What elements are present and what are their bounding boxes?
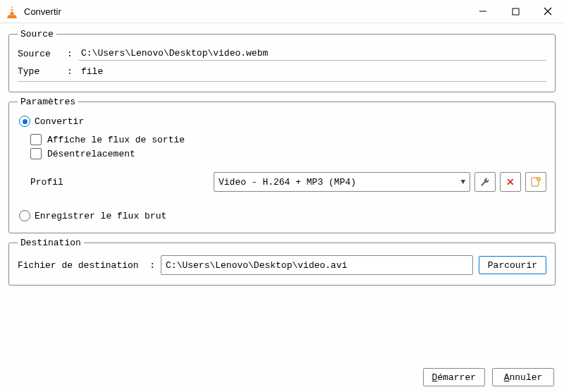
window-title: Convertir [24,6,467,17]
source-path[interactable]: C:\Users\Lenovo\Desktop\video.webm [78,47,546,61]
checkbox-deinterlace[interactable] [30,148,42,159]
check-deinterlace-row[interactable]: Désentrelacement [30,148,546,159]
checkbox-display-output[interactable] [30,134,42,145]
titlebar: Convertir [0,0,564,23]
radio-save-raw-label: Enregistrer le flux brut [35,211,166,221]
start-button[interactable]: Démarrer [423,368,485,386]
svg-rect-2 [10,11,13,12]
client-area: Source Source : C:\Users\Lenovo\Desktop\… [0,23,564,361]
profile-select[interactable]: Video - H.264 + MP3 (MP4) ▼ [214,172,470,192]
svg-marker-0 [10,6,14,15]
profile-label: Profil [30,177,209,188]
new-profile-button[interactable] [525,172,546,192]
maximize-button[interactable] [499,0,532,23]
group-params: Paramètres Convertir Affiche le flux de … [8,97,556,233]
source-label: Source [18,49,67,59]
radio-save-raw[interactable] [19,210,30,221]
delete-profile-button[interactable]: ✕ [500,172,521,192]
destination-label: Fichier de destination : [18,260,155,271]
start-accel: D [432,372,438,383]
type-label: Type [18,66,67,77]
group-source: Source Source : C:\Users\Lenovo\Desktop\… [8,29,556,92]
radio-convert-row[interactable]: Convertir [18,116,546,127]
svg-rect-1 [11,8,13,10]
type-row: Type : file [18,65,546,78]
cancel-rest: nnuler [510,372,543,383]
colon: : [67,66,78,77]
group-destination-legend: Destination [18,238,84,248]
group-destination: Destination Fichier de destination : C:\… [8,238,556,286]
group-source-legend: Source [18,29,56,39]
profile-row: Profil Video - H.264 + MP3 (MP4) ▼ ✕ [30,172,546,192]
edit-profile-button[interactable] [474,172,496,192]
new-file-icon [530,176,541,188]
destination-value: C:\Users\Lenovo\Desktop\video.avi [166,260,347,271]
group-params-legend: Paramètres [18,97,78,107]
destination-input[interactable]: C:\Users\Lenovo\Desktop\video.avi [161,255,473,275]
start-rest: émarrer [437,372,476,383]
cancel-button[interactable]: Annuler [492,368,554,386]
checkbox-deinterlace-label: Désentrelacement [47,149,135,159]
dialog-footer: Démarrer Annuler [0,361,564,392]
checkbox-display-output-label: Affiche le flux de sortie [47,135,185,145]
check-display-output-row[interactable]: Affiche le flux de sortie [30,134,546,145]
vlc-cone-icon [6,5,18,18]
source-row: Source : C:\Users\Lenovo\Desktop\video.w… [18,47,546,61]
window-controls [467,0,564,23]
chevron-down-icon: ▼ [460,178,465,186]
radio-raw-row[interactable]: Enregistrer le flux brut [18,210,546,221]
profile-value: Video - H.264 + MP3 (MP4) [219,177,356,188]
svg-rect-5 [513,8,519,15]
divider [18,81,546,82]
window: Convertir Source Source : C:\Users\Lenov… [0,0,564,392]
destination-row: Fichier de destination : C:\Users\Lenovo… [18,255,546,275]
minimize-button[interactable] [467,0,499,23]
radio-convert[interactable] [19,116,30,127]
close-button[interactable] [532,0,564,23]
browse-button[interactable]: Parcourir [479,256,546,274]
svg-marker-3 [7,15,17,18]
radio-convert-label: Convertir [35,116,84,127]
wrench-icon [479,176,491,188]
colon: : [67,49,78,59]
cancel-accel: A [504,372,510,383]
close-icon: ✕ [506,176,515,188]
type-value: file [78,65,546,78]
